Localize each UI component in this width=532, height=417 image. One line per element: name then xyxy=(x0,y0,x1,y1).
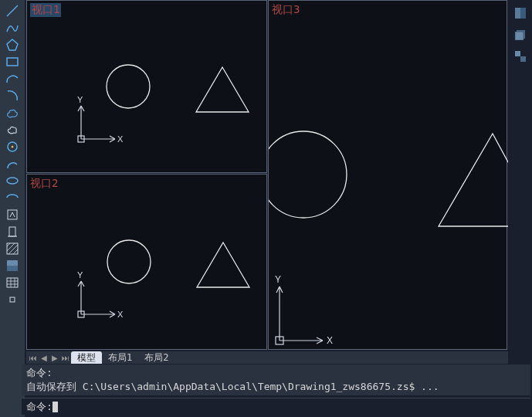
svg-rect-17 xyxy=(520,56,526,62)
tab-nav-first-icon[interactable]: ⏮ xyxy=(28,352,39,363)
circle-tool-icon[interactable] xyxy=(3,139,22,154)
svg-rect-9 xyxy=(7,260,18,266)
polygon-tool-icon[interactable] xyxy=(3,37,22,53)
svg-marker-25 xyxy=(439,134,508,226)
cursor-icon xyxy=(53,402,58,412)
viewport-1-label: 视口1 xyxy=(30,3,61,17)
svg-rect-6 xyxy=(9,227,15,236)
svg-point-21 xyxy=(107,240,151,283)
tab-nav-next-icon[interactable]: ▶ xyxy=(49,352,60,363)
arc-tool-icon[interactable] xyxy=(3,71,22,86)
point-tool-icon[interactable] xyxy=(3,292,22,307)
svg-point-3 xyxy=(12,146,14,148)
tab-layout1[interactable]: 布局1 xyxy=(102,351,138,364)
layout-tabs: ⏮ ◀ ▶ ⏭ 模型 布局1 布局2 xyxy=(26,351,508,364)
viewport-2[interactable]: 视口2 X Y xyxy=(26,174,267,350)
viewport-3[interactable]: 视口3 X Y xyxy=(268,0,507,350)
command-history: 命令: 自动保存到 C:\Users\admin\AppData\Local\T… xyxy=(22,364,530,395)
svg-rect-13 xyxy=(520,8,526,19)
properties-palette-icon[interactable] xyxy=(512,5,529,22)
left-toolbar xyxy=(0,0,25,417)
viewport-3-canvas: X Y xyxy=(269,1,508,351)
layers-palette-icon[interactable] xyxy=(512,26,529,43)
tab-layout2[interactable]: 布局2 xyxy=(138,351,175,364)
command-prompt: 命令: xyxy=(26,400,53,414)
spline-tool-icon[interactable] xyxy=(3,20,22,36)
y-axis-label: Y xyxy=(275,274,281,285)
arc3-tool-icon[interactable] xyxy=(3,156,22,171)
table-tool-icon[interactable] xyxy=(3,275,22,290)
right-toolbar xyxy=(509,0,532,65)
x-axis-label: X xyxy=(117,134,124,144)
y-axis-label: Y xyxy=(77,270,83,280)
svg-rect-16 xyxy=(515,51,520,56)
hatch-tool-icon[interactable] xyxy=(3,241,22,256)
insert-block-tool-icon[interactable] xyxy=(3,207,22,222)
cloud-tool-icon[interactable] xyxy=(3,122,22,137)
gradient-tool-icon[interactable] xyxy=(3,258,22,273)
svg-marker-19 xyxy=(196,67,249,112)
viewport-3-label: 视口3 xyxy=(272,3,300,17)
line-tool-icon[interactable] xyxy=(3,3,22,19)
svg-point-4 xyxy=(7,178,18,184)
ellipse-tool-icon[interactable] xyxy=(3,173,22,188)
tool-palettes-icon[interactable] xyxy=(512,48,529,65)
rectangle-tool-icon[interactable] xyxy=(3,54,22,70)
svg-rect-15 xyxy=(515,32,524,40)
svg-rect-1 xyxy=(7,58,18,66)
workspace: 视口1 X Y 视口2 X Y 视口3 xyxy=(26,0,508,351)
svg-marker-22 xyxy=(197,242,249,287)
viewport-2-canvas: X Y xyxy=(27,175,268,351)
viewport-1[interactable]: 视口1 X Y xyxy=(26,0,267,173)
y-axis-label: Y xyxy=(77,95,83,104)
tab-nav-prev-icon[interactable]: ◀ xyxy=(39,352,49,363)
create-block-tool-icon[interactable] xyxy=(3,224,22,239)
svg-marker-0 xyxy=(7,39,18,50)
viewport-2-label: 视口2 xyxy=(30,177,58,191)
viewport-1-canvas: X Y xyxy=(27,1,268,174)
svg-rect-12 xyxy=(515,8,520,19)
svg-point-18 xyxy=(107,65,150,108)
x-axis-label: X xyxy=(327,335,333,346)
svg-rect-5 xyxy=(8,210,17,219)
svg-point-24 xyxy=(269,131,347,218)
command-line[interactable]: 命令: xyxy=(22,398,530,415)
arc2-tool-icon[interactable] xyxy=(3,88,22,103)
svg-rect-11 xyxy=(10,297,15,302)
command-input[interactable] xyxy=(61,401,526,412)
svg-rect-10 xyxy=(7,278,18,287)
ellipse-arc-tool-icon[interactable] xyxy=(3,190,22,205)
tab-nav-last-icon[interactable]: ⏭ xyxy=(60,352,71,363)
tab-model[interactable]: 模型 xyxy=(71,351,102,364)
revcloud-tool-icon[interactable] xyxy=(3,105,22,120)
x-axis-label: X xyxy=(117,310,124,319)
